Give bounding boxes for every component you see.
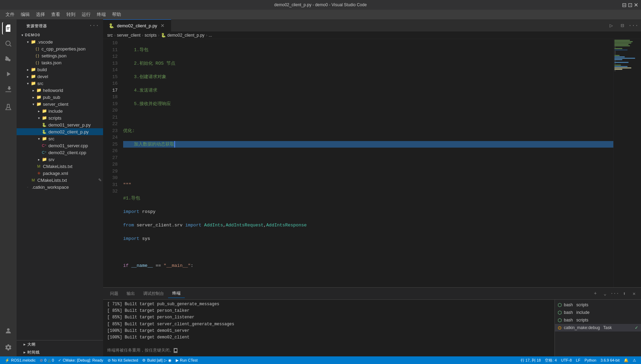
extensions-icon[interactable]	[2, 83, 15, 95]
status-kit[interactable]: ⊘ No Kit Selected	[106, 356, 140, 364]
menu-terminal[interactable]: 终端	[94, 10, 109, 19]
run-button[interactable]: ▷	[606, 21, 616, 30]
more-terminal-button[interactable]: ···	[611, 289, 619, 298]
error-icon: ⊘	[40, 358, 43, 363]
tree-item-demo01-server-p[interactable]: 🐍 demo01_server_p.py	[17, 121, 103, 128]
flask-icon[interactable]	[2, 101, 15, 113]
tree-item-scripts[interactable]: ▾ 📁 scripts	[17, 114, 103, 121]
tree-item-tasks[interactable]: { } tasks.json	[17, 59, 103, 66]
explorer-icon[interactable]	[2, 22, 15, 35]
status-language[interactable]: Python	[583, 358, 598, 362]
menu-help[interactable]: 帮助	[109, 10, 124, 19]
chevron-right-icon: ▸	[25, 67, 30, 72]
tree-item-cmake1[interactable]: M CMakeLists.txt	[17, 163, 103, 170]
close-terminal-button[interactable]: ✕	[630, 289, 638, 298]
status-ctest[interactable]: ▶ Run CTest	[174, 356, 200, 364]
more-actions-button[interactable]: ···	[629, 21, 638, 30]
new-terminal-button[interactable]: +	[591, 289, 599, 298]
breadcrumb-filename[interactable]: demo02_client_p.py	[167, 33, 204, 38]
tree-item-srv[interactable]: ▸ 📁 srv	[17, 156, 103, 163]
menu-file[interactable]: 文件	[3, 10, 17, 19]
menu-goto[interactable]: 转到	[64, 10, 78, 19]
status-notification-icon[interactable]: 🔔	[622, 358, 631, 363]
status-errors[interactable]: ⊘ 0 △ 0	[38, 356, 56, 364]
menu-edit[interactable]: 编辑	[18, 10, 33, 19]
account-icon[interactable]	[2, 325, 15, 337]
tab-demo02-client[interactable]: 🐍 demo02_client_p.py ✕	[103, 19, 171, 31]
tab-terminal[interactable]: 终端	[168, 289, 185, 298]
status-remote[interactable]: ⚡ ROS1.melodic	[3, 356, 38, 364]
tree-label: .catkin_workspace	[32, 185, 69, 190]
menu-select[interactable]: 选择	[33, 10, 48, 19]
tree-label: scripts	[48, 115, 62, 121]
terminal-session-3[interactable]: ⬡ bash scripts	[555, 316, 641, 324]
status-encoding[interactable]: UTF-8	[559, 358, 574, 362]
breadcrumb-src[interactable]: src	[107, 33, 113, 38]
folder-icon: 📁	[42, 157, 47, 162]
code-editor[interactable]: 10 11 12 13 14 15 16 17 18 19 20 21 22 2…	[103, 39, 641, 287]
tree-item-server-client[interactable]: ▾ 📁 server_client	[17, 101, 103, 108]
warning-count: 0	[52, 358, 54, 362]
tree-item-c-cpp[interactable]: { } c_cpp_properties.json	[17, 45, 103, 52]
tree-item-include[interactable]: ▸ 📁 include	[17, 108, 103, 114]
menu-view[interactable]: 查看	[48, 10, 63, 19]
folder-icon: 📁	[30, 39, 36, 45]
outline-header[interactable]: ▸ 大纲	[17, 340, 103, 348]
folder-icon: 📁	[36, 94, 42, 100]
terminal-session-2[interactable]: ⬡ bash include	[555, 309, 641, 316]
status-eol[interactable]: LF	[574, 358, 583, 362]
status-build[interactable]: ⚙ Build [all] ▷ ◉	[140, 356, 174, 364]
tree-item-src2[interactable]: ▾ 📁 src	[17, 135, 103, 142]
status-line-col[interactable]: 行 17, 列 18	[519, 358, 543, 363]
folder-icon: 📁	[42, 136, 47, 141]
terminal-session-1[interactable]: ⬡ bash scripts	[555, 301, 641, 309]
status-warning-icon[interactable]: ⚠	[631, 358, 638, 363]
status-cmake[interactable]: ✓ CMake: [Debug]: Ready	[56, 356, 105, 364]
tree-item-demo0[interactable]: ▾ DEMO0	[17, 31, 103, 38]
chevron-down-icon: ▾	[25, 39, 30, 45]
tab-debug-console[interactable]: 调试控制台	[139, 289, 168, 298]
tree-item-package-xml[interactable]: ⁜ package.xml	[17, 170, 103, 177]
json-icon: { }	[35, 60, 40, 65]
tree-item-helloworld[interactable]: ▸ 📁 helloworld	[17, 87, 103, 94]
breadcrumb-server-client[interactable]: server_client	[117, 33, 140, 38]
tree-item-demo02-client-p[interactable]: 🐍 demo02_client_p.py	[17, 128, 103, 135]
breadcrumb-scripts[interactable]: scripts	[145, 33, 157, 38]
run-debug-icon[interactable]	[2, 68, 15, 80]
settings-icon[interactable]	[2, 341, 15, 354]
tree-item-pub-sub[interactable]: ▸ 📁 pub_sub	[17, 94, 103, 101]
source-control-icon[interactable]	[2, 53, 15, 65]
menu-run[interactable]: 运行	[79, 10, 93, 19]
terminal-sidebar: ⬡ bash scripts ⬡ bash include ⬡ bash scr…	[555, 300, 641, 356]
sidebar-more-button[interactable]: ···	[89, 22, 99, 29]
tree-item-cmake2[interactable]: M CMakeLists.txt ✎	[17, 177, 103, 184]
tree-item-demo02-client-cpp[interactable]: C⁺ demo02_client.cpp	[17, 149, 103, 156]
tree-item-src[interactable]: ▾ 📁 src	[17, 80, 103, 87]
timeline-header[interactable]: ▸ 时间线	[17, 348, 103, 356]
status-spaces[interactable]: 空格: 4	[543, 358, 559, 363]
window-icon-3: ✕	[634, 2, 638, 8]
python-version-label: 3.6.9 64-bit	[601, 358, 620, 362]
svg-point-0	[6, 41, 10, 46]
tree-item-devel[interactable]: ▸ 📁 devel	[17, 73, 103, 80]
tree-item-build[interactable]: ▸ 📁 build	[17, 66, 103, 73]
build-debug-icon: ◉	[168, 358, 172, 363]
editor-area: 🐍 demo02_client_p.py ✕ ▷ ⊟ ··· src › ser…	[103, 19, 641, 356]
tree-item-catkin[interactable]: · .catkin_workspace	[17, 184, 103, 190]
tree-item-settings[interactable]: { } settings.json	[17, 52, 103, 59]
search-activity-icon[interactable]	[2, 37, 15, 50]
breadcrumb-more[interactable]: ...	[209, 33, 212, 38]
tab-output[interactable]: 输出	[122, 289, 139, 298]
tree-item-vscode[interactable]: ▾ 📁 .vscode	[17, 38, 103, 45]
status-python-version[interactable]: 3.6.9 64-bit	[598, 358, 622, 362]
folder-icon: 📁	[36, 101, 42, 107]
tree-item-demo01-server-cpp[interactable]: C⁺ demo01_server.cpp	[17, 142, 103, 149]
tab-problems[interactable]: 问题	[106, 289, 122, 298]
terminal-content: [ 71%] Built target pub_sub_generate_mes…	[103, 300, 641, 356]
maximize-terminal-button[interactable]: ⬆	[620, 289, 629, 298]
split-editor-button[interactable]: ⊟	[617, 21, 627, 30]
terminal-dropdown-button[interactable]: ⌄	[601, 289, 609, 298]
code-content[interactable]: 1.导包 2.初始化 ROS 节点 3.创建请求对象 4.发送请求 5.接收并处…	[120, 39, 613, 287]
tab-close-button[interactable]: ✕	[160, 23, 165, 28]
terminal-session-task[interactable]: ⊙ catkin_make:debug Task ✓	[555, 324, 641, 332]
